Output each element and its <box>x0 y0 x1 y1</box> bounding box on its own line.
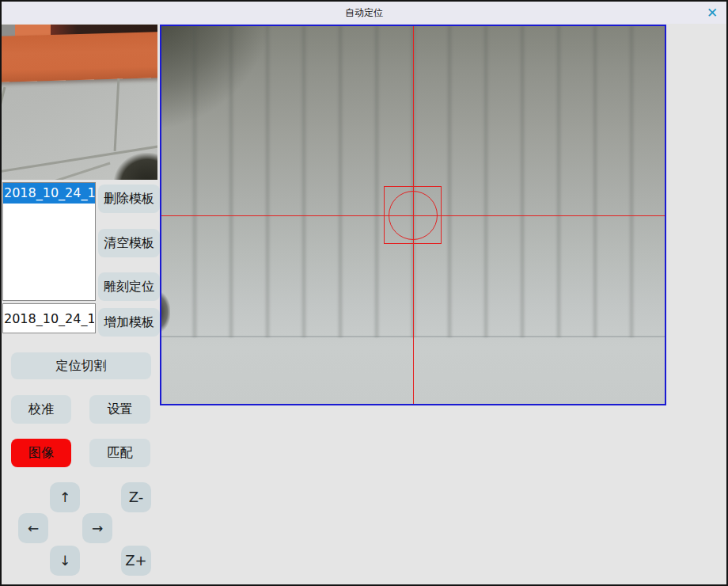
camera-feed-dark-object <box>160 292 170 332</box>
jog-right-button[interactable]: → <box>82 513 112 543</box>
jog-down-button[interactable]: ↓ <box>50 546 80 576</box>
jog-z-minus-button[interactable]: Z- <box>121 482 151 512</box>
clear-template-button[interactable]: 清空模板 <box>98 229 160 257</box>
template-name-field[interactable] <box>2 303 96 333</box>
jog-left-button[interactable]: ← <box>18 513 48 543</box>
auto-locate-window: 自动定位 ✕ 2018_10_24_11 删除模板 清空模板 雕刻定位 增加模板… <box>0 0 728 586</box>
thumbnail-dark-object <box>114 153 157 180</box>
jog-up-button[interactable]: ↑ <box>50 482 80 512</box>
locate-cut-button[interactable]: 定位切割 <box>11 352 151 379</box>
calibrate-button[interactable]: 校准 <box>11 395 71 424</box>
roi-circle <box>389 191 438 240</box>
titlebar[interactable]: 自动定位 ✕ <box>2 2 726 24</box>
image-button[interactable]: 图像 <box>11 439 71 467</box>
close-icon[interactable]: ✕ <box>703 4 722 21</box>
settings-button[interactable]: 设置 <box>89 395 150 424</box>
thumbnail-tile-line <box>2 87 6 142</box>
engrave-locate-button[interactable]: 雕刻定位 <box>98 272 160 301</box>
thumbnail-tile-line <box>114 78 120 151</box>
jog-z-plus-button[interactable]: Z+ <box>121 546 151 576</box>
camera-view[interactable] <box>160 25 666 405</box>
template-list-item[interactable]: 2018_10_24_11 <box>3 183 95 204</box>
match-button[interactable]: 匹配 <box>89 439 150 467</box>
add-template-button[interactable]: 增加模板 <box>98 308 160 337</box>
delete-template-button[interactable]: 删除模板 <box>98 185 160 213</box>
template-thumbnail[interactable] <box>2 25 157 180</box>
window-title: 自动定位 <box>345 6 383 20</box>
template-list[interactable]: 2018_10_24_11 <box>2 182 96 301</box>
thumbnail-orange-beam <box>2 32 157 82</box>
